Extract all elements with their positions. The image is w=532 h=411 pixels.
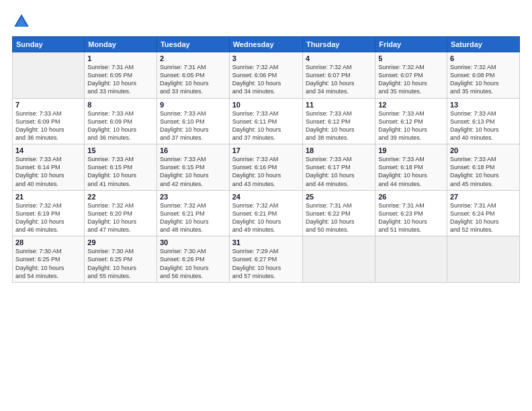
day-cell: 25Sunrise: 7:31 AMSunset: 6:22 PMDayligh… — [302, 190, 375, 236]
day-cell: 20Sunrise: 7:33 AMSunset: 6:18 PMDayligh… — [447, 144, 519, 191]
day-info: Sunrise: 7:33 AMSunset: 6:09 PMDaylight:… — [15, 109, 81, 142]
day-cell: 16Sunrise: 7:33 AMSunset: 6:15 PMDayligh… — [157, 144, 229, 191]
day-number: 26 — [378, 193, 444, 201]
day-cell: 17Sunrise: 7:33 AMSunset: 6:16 PMDayligh… — [229, 144, 302, 191]
week-row-4: 28Sunrise: 7:30 AMSunset: 6:25 PMDayligh… — [13, 236, 520, 283]
day-number: 12 — [378, 101, 444, 109]
logo — [12, 12, 34, 31]
day-cell: 18Sunrise: 7:33 AMSunset: 6:17 PMDayligh… — [302, 144, 375, 191]
day-cell: 27Sunrise: 7:31 AMSunset: 6:24 PMDayligh… — [447, 190, 519, 236]
day-number: 18 — [306, 146, 372, 154]
day-cell: 30Sunrise: 7:30 AMSunset: 6:26 PMDayligh… — [157, 236, 229, 283]
day-number: 11 — [306, 101, 372, 109]
day-number: 5 — [378, 54, 444, 62]
day-info: Sunrise: 7:33 AMSunset: 6:15 PMDaylight:… — [87, 155, 154, 188]
day-number: 29 — [87, 238, 154, 246]
day-number: 8 — [87, 101, 154, 109]
day-info: Sunrise: 7:33 AMSunset: 6:16 PMDaylight:… — [232, 155, 300, 188]
day-number: 30 — [160, 238, 226, 246]
day-cell: 31Sunrise: 7:29 AMSunset: 6:27 PMDayligh… — [229, 236, 302, 283]
week-row-0: 1Sunrise: 7:31 AMSunset: 6:05 PMDaylight… — [13, 52, 520, 99]
day-cell: 6Sunrise: 7:32 AMSunset: 6:08 PMDaylight… — [447, 52, 519, 99]
day-number: 6 — [450, 54, 517, 62]
day-info: Sunrise: 7:32 AMSunset: 6:21 PMDaylight:… — [160, 201, 226, 234]
day-info: Sunrise: 7:32 AMSunset: 6:07 PMDaylight:… — [306, 63, 372, 96]
day-cell: 8Sunrise: 7:33 AMSunset: 6:09 PMDaylight… — [85, 98, 157, 144]
day-info: Sunrise: 7:33 AMSunset: 6:15 PMDaylight:… — [160, 155, 226, 188]
day-cell: 11Sunrise: 7:33 AMSunset: 6:12 PMDayligh… — [302, 98, 375, 144]
day-info: Sunrise: 7:31 AMSunset: 6:22 PMDaylight:… — [306, 201, 372, 234]
day-info: Sunrise: 7:32 AMSunset: 6:06 PMDaylight:… — [232, 63, 300, 96]
day-info: Sunrise: 7:30 AMSunset: 6:26 PMDaylight:… — [160, 247, 226, 280]
day-number: 3 — [232, 54, 300, 62]
day-cell: 21Sunrise: 7:32 AMSunset: 6:19 PMDayligh… — [13, 190, 85, 236]
day-cell: 24Sunrise: 7:32 AMSunset: 6:21 PMDayligh… — [229, 190, 302, 236]
day-info: Sunrise: 7:33 AMSunset: 6:18 PMDaylight:… — [450, 155, 517, 188]
day-cell: 10Sunrise: 7:33 AMSunset: 6:11 PMDayligh… — [229, 98, 302, 144]
day-info: Sunrise: 7:32 AMSunset: 6:08 PMDaylight:… — [450, 63, 517, 96]
day-info: Sunrise: 7:30 AMSunset: 6:25 PMDaylight:… — [15, 247, 81, 280]
day-info: Sunrise: 7:31 AMSunset: 6:05 PMDaylight:… — [160, 63, 226, 96]
day-cell: 9Sunrise: 7:33 AMSunset: 6:10 PMDaylight… — [157, 98, 229, 144]
day-cell — [302, 236, 375, 283]
day-info: Sunrise: 7:33 AMSunset: 6:12 PMDaylight:… — [378, 109, 444, 142]
header-cell-friday: Friday — [375, 37, 447, 52]
day-number: 15 — [87, 146, 154, 154]
header-cell-tuesday: Tuesday — [157, 37, 229, 52]
day-cell: 29Sunrise: 7:30 AMSunset: 6:25 PMDayligh… — [85, 236, 157, 283]
day-number: 19 — [378, 146, 444, 154]
day-number: 31 — [232, 238, 300, 246]
day-info: Sunrise: 7:31 AMSunset: 6:23 PMDaylight:… — [378, 201, 444, 234]
day-info: Sunrise: 7:30 AMSunset: 6:25 PMDaylight:… — [87, 247, 154, 280]
day-info: Sunrise: 7:33 AMSunset: 6:11 PMDaylight:… — [232, 109, 300, 142]
header-row: SundayMondayTuesdayWednesdayThursdayFrid… — [13, 37, 520, 52]
calendar-header: SundayMondayTuesdayWednesdayThursdayFrid… — [13, 37, 520, 52]
day-number: 25 — [306, 193, 372, 201]
day-cell: 14Sunrise: 7:33 AMSunset: 6:14 PMDayligh… — [13, 144, 85, 191]
day-cell: 22Sunrise: 7:32 AMSunset: 6:20 PMDayligh… — [85, 190, 157, 236]
day-number: 21 — [15, 193, 81, 201]
day-number: 7 — [15, 101, 81, 109]
day-info: Sunrise: 7:33 AMSunset: 6:12 PMDaylight:… — [306, 109, 372, 142]
header-cell-thursday: Thursday — [302, 37, 375, 52]
day-number: 23 — [160, 193, 226, 201]
calendar-table: SundayMondayTuesdayWednesdayThursdayFrid… — [12, 36, 520, 283]
header — [12, 12, 520, 31]
day-cell — [375, 236, 447, 283]
day-number: 22 — [87, 193, 154, 201]
day-cell: 12Sunrise: 7:33 AMSunset: 6:12 PMDayligh… — [375, 98, 447, 144]
day-cell — [447, 236, 519, 283]
day-info: Sunrise: 7:32 AMSunset: 6:20 PMDaylight:… — [87, 201, 154, 234]
day-cell: 28Sunrise: 7:30 AMSunset: 6:25 PMDayligh… — [13, 236, 85, 283]
day-number: 14 — [15, 146, 81, 154]
day-number: 2 — [160, 54, 226, 62]
day-number: 24 — [232, 193, 300, 201]
week-row-1: 7Sunrise: 7:33 AMSunset: 6:09 PMDaylight… — [13, 98, 520, 144]
day-cell: 3Sunrise: 7:32 AMSunset: 6:06 PMDaylight… — [229, 52, 302, 99]
day-cell: 2Sunrise: 7:31 AMSunset: 6:05 PMDaylight… — [157, 52, 229, 99]
day-number: 1 — [87, 54, 154, 62]
day-info: Sunrise: 7:33 AMSunset: 6:17 PMDaylight:… — [306, 155, 372, 188]
week-row-3: 21Sunrise: 7:32 AMSunset: 6:19 PMDayligh… — [13, 190, 520, 236]
day-info: Sunrise: 7:33 AMSunset: 6:10 PMDaylight:… — [160, 109, 226, 142]
calendar-body: 1Sunrise: 7:31 AMSunset: 6:05 PMDaylight… — [13, 52, 520, 283]
week-row-2: 14Sunrise: 7:33 AMSunset: 6:14 PMDayligh… — [13, 144, 520, 191]
day-number: 17 — [232, 146, 300, 154]
day-number: 10 — [232, 101, 300, 109]
day-number: 20 — [450, 146, 517, 154]
day-cell: 5Sunrise: 7:32 AMSunset: 6:07 PMDaylight… — [375, 52, 447, 99]
day-cell: 19Sunrise: 7:33 AMSunset: 6:18 PMDayligh… — [375, 144, 447, 191]
header-cell-sunday: Sunday — [13, 37, 85, 52]
day-info: Sunrise: 7:31 AMSunset: 6:24 PMDaylight:… — [450, 201, 517, 234]
day-cell — [13, 52, 85, 99]
header-cell-saturday: Saturday — [447, 37, 519, 52]
day-cell: 7Sunrise: 7:33 AMSunset: 6:09 PMDaylight… — [13, 98, 85, 144]
day-info: Sunrise: 7:31 AMSunset: 6:05 PMDaylight:… — [87, 63, 154, 96]
day-info: Sunrise: 7:33 AMSunset: 6:14 PMDaylight:… — [15, 155, 81, 188]
day-info: Sunrise: 7:32 AMSunset: 6:21 PMDaylight:… — [232, 201, 300, 234]
day-number: 13 — [450, 101, 517, 109]
day-cell: 1Sunrise: 7:31 AMSunset: 6:05 PMDaylight… — [85, 52, 157, 99]
day-number: 4 — [306, 54, 372, 62]
page: SundayMondayTuesdayWednesdayThursdayFrid… — [0, 0, 532, 411]
day-number: 28 — [15, 238, 81, 246]
